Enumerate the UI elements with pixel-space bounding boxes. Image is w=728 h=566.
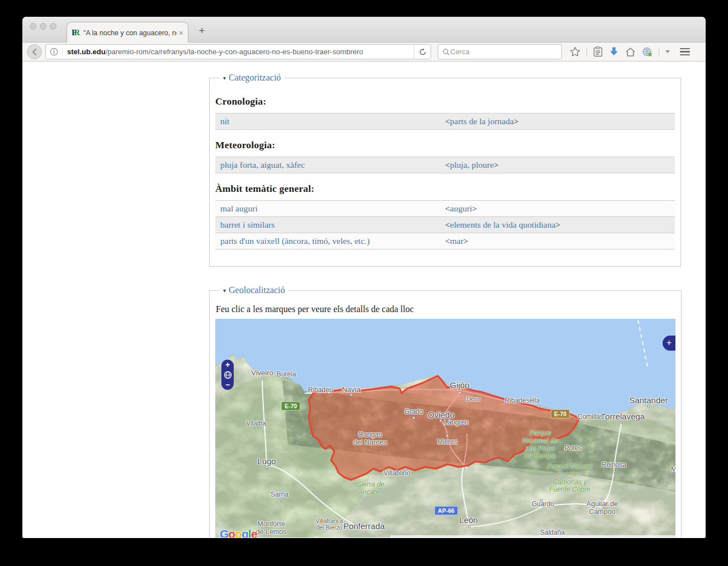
new-tab-button[interactable]: + xyxy=(195,25,209,37)
tab-title: "A la noche y con aguacero, no xyxy=(83,29,177,37)
section-legend: ▾ Geolocalització xyxy=(220,285,288,295)
table-row: pluja forta, aiguat, xàfec<pluja, ploure… xyxy=(215,157,675,173)
active-tab[interactable]: PR "A la noche y con aguacero, no × xyxy=(67,22,188,43)
term-cell: parts d'un vaixell (àncora, timó, veles,… xyxy=(220,236,445,246)
google-logo: Google xyxy=(220,527,257,537)
map-instruction: Feu clic a les marques per veure els det… xyxy=(216,304,675,314)
url-path: /paremio-rom/ca/refranys/la-noche-y-con-… xyxy=(106,48,363,56)
collapse-arrow-icon[interactable]: ▾ xyxy=(223,287,226,294)
page-info-icon[interactable] xyxy=(46,48,63,56)
bracket-open: < xyxy=(445,204,450,213)
traffic-lights xyxy=(30,23,56,30)
site-favicon-icon: PR xyxy=(72,28,80,37)
search-box[interactable] xyxy=(438,44,562,59)
category-table: pluja forta, aiguat, xàfec<pluja, ploure… xyxy=(215,157,675,173)
tag-cell: <pluja, ploure> xyxy=(445,160,670,170)
tag-cell: <auguri> xyxy=(445,204,670,214)
collapse-arrow-icon[interactable]: ▾ xyxy=(223,75,226,81)
bracket-close: > xyxy=(555,220,560,229)
dropdown-caret-icon[interactable] xyxy=(665,50,670,53)
categorization-legend-link[interactable]: Categorització xyxy=(229,73,281,83)
map-zoom-out-button[interactable]: − xyxy=(221,381,234,389)
table-row: parts d'un vaixell (àncora, timó, veles,… xyxy=(215,233,675,249)
map-canvas xyxy=(215,319,675,537)
map-expand-button[interactable]: + xyxy=(663,336,675,351)
search-icon xyxy=(442,48,450,56)
term-cell: nit xyxy=(220,116,445,126)
bracket-open: < xyxy=(445,116,450,126)
back-button[interactable] xyxy=(27,44,42,59)
term-cell: mal auguri xyxy=(220,204,445,214)
table-row: mal auguri<auguri> xyxy=(215,200,675,216)
url-text[interactable]: stel.ub.edu/paremio-rom/ca/refranys/la-n… xyxy=(63,48,414,56)
tag-link[interactable]: parts de la jornada xyxy=(450,116,514,126)
category-table: nit<parts de la jornada> xyxy=(215,113,675,130)
reload-button[interactable] xyxy=(414,45,431,59)
term-link[interactable]: pluja forta, aiguat, xàfec xyxy=(220,160,305,169)
zoom-window-button[interactable] xyxy=(50,23,56,30)
tab-close-icon[interactable]: × xyxy=(179,29,183,37)
bracket-close: > xyxy=(514,116,519,126)
map-zoom-control: + − xyxy=(221,360,234,390)
toolbar-divider xyxy=(659,47,659,57)
bracket-open: < xyxy=(445,220,450,229)
tag-cell: <mar> xyxy=(445,236,670,246)
category-groups: Cronologia:nit<parts de la jornada>Meteo… xyxy=(215,96,675,249)
map-pan-globe-icon[interactable] xyxy=(224,371,232,379)
report-error-link[interactable]: Informeu d'un error al mapa xyxy=(594,537,672,538)
bracket-open: < xyxy=(445,160,450,169)
bracket-open: < xyxy=(445,236,450,246)
geolocation-fieldset: ▾ Geolocalització Feu clic a les marques… xyxy=(209,285,682,537)
section-legend: ▾ Categorització xyxy=(220,73,284,83)
bracket-close: > xyxy=(472,204,477,213)
home-icon[interactable] xyxy=(625,47,636,57)
tag-link[interactable]: auguri xyxy=(450,204,472,213)
term-link[interactable]: parts d'un vaixell (àncora, timó, veles,… xyxy=(220,236,370,246)
browser-window: PR "A la noche y con aguacero, no × + st… xyxy=(22,17,706,538)
tag-cell: <parts de la jornada> xyxy=(445,116,670,126)
google-map[interactable]: ViveiroBurelaRibadeoNaviaGijónDevaRibade… xyxy=(215,319,675,537)
term-link[interactable]: barret i similars xyxy=(220,220,275,229)
minimize-window-button[interactable] xyxy=(40,23,46,30)
titlebar: PR "A la noche y con aguacero, no × + xyxy=(22,17,706,43)
navigation-toolbar: stel.ub.edu/paremio-rom/ca/refranys/la-n… xyxy=(22,43,706,62)
term-cell: pluja forta, aiguat, xàfec xyxy=(220,160,445,170)
reload-icon xyxy=(419,48,427,56)
globe-extension-icon[interactable] xyxy=(642,46,653,57)
category-heading: Àmbit temàtic general: xyxy=(215,183,675,195)
tag-link[interactable]: elements de la vida quotidiana xyxy=(450,220,556,229)
bookmark-star-icon[interactable] xyxy=(570,46,580,57)
tag-cell: <elements de la vida quotidiana> xyxy=(445,220,670,230)
search-input[interactable] xyxy=(450,48,557,56)
table-row: barret i similars<elements de la vida qu… xyxy=(215,216,675,233)
term-link[interactable]: nit xyxy=(220,116,229,126)
page-content: ▾ Categorització Cronologia:nit<parts de… xyxy=(22,62,706,537)
bracket-close: > xyxy=(464,236,469,246)
toolbar-divider xyxy=(587,47,587,57)
categorization-fieldset: ▾ Categorització Cronologia:nit<parts de… xyxy=(209,73,681,267)
map-data-credit: Dades del mapa ©2017 Google, Inst. Geogr… xyxy=(394,537,536,538)
url-bar[interactable]: stel.ub.edu/paremio-rom/ca/refranys/la-n… xyxy=(45,44,431,59)
bracket-close: > xyxy=(494,160,499,169)
map-attribution: Dades del mapa ©2017 Google, Inst. Geogr… xyxy=(390,535,675,537)
category-heading: Cronologia: xyxy=(215,96,675,107)
close-window-button[interactable] xyxy=(30,23,36,30)
tag-link[interactable]: pluja, ploure xyxy=(450,160,494,169)
map-zoom-in-button[interactable]: + xyxy=(221,361,234,369)
back-arrow-icon xyxy=(31,48,39,56)
download-icon[interactable] xyxy=(609,46,619,57)
terms-link[interactable]: Termes i condicions xyxy=(536,537,594,538)
category-heading: Meteorologia: xyxy=(215,139,675,151)
term-cell: barret i similars xyxy=(220,220,445,230)
term-link[interactable]: mal auguri xyxy=(220,204,258,213)
url-domain: stel.ub.edu xyxy=(67,48,106,56)
tag-link[interactable]: mar xyxy=(450,236,464,246)
geolocation-legend-link[interactable]: Geolocalització xyxy=(229,285,285,295)
table-row: nit<parts de la jornada> xyxy=(215,113,675,129)
clipboard-icon[interactable] xyxy=(593,46,603,57)
menu-button[interactable] xyxy=(680,48,690,56)
category-table: mal auguri<auguri>barret i similars<elem… xyxy=(215,200,675,249)
